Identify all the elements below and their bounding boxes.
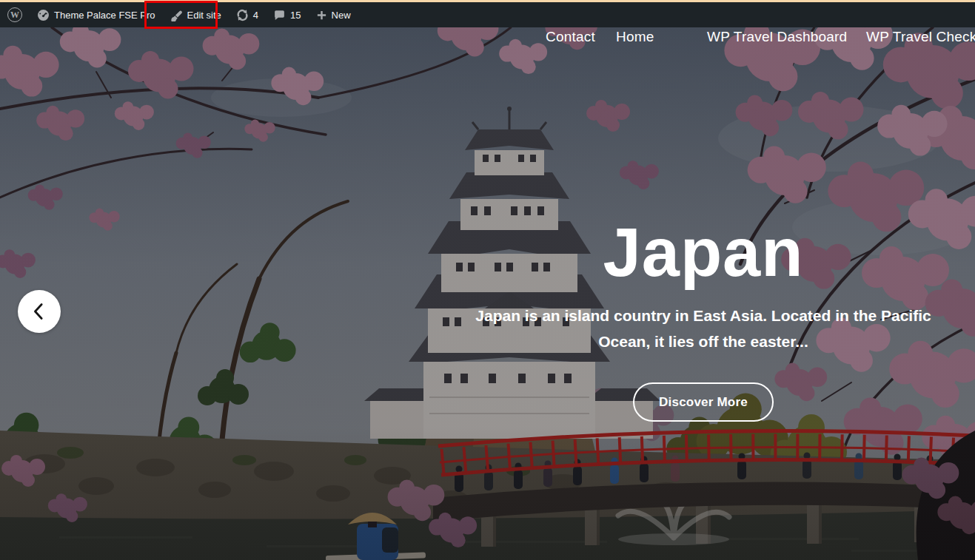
comments-menu[interactable]: 15 bbox=[266, 2, 308, 27]
primary-navigation: Contact Home WP Travel Dashboard WP Trav… bbox=[0, 29, 975, 48]
edit-site-menu[interactable]: Edit site bbox=[163, 2, 229, 27]
hero-title: Japan bbox=[422, 218, 975, 286]
update-arrows-icon bbox=[236, 9, 249, 21]
hero-button-row: Discover More bbox=[422, 382, 975, 422]
new-label: New bbox=[332, 10, 351, 21]
hero-description-line1: Japan is an island country in East Asia.… bbox=[422, 303, 975, 328]
comments-count: 15 bbox=[290, 10, 301, 21]
updates-count: 4 bbox=[253, 10, 258, 21]
site-name-label: Theme Palace FSE Pro bbox=[54, 10, 155, 21]
comment-bubble-icon bbox=[273, 9, 286, 21]
hero-description-line2: Ocean, it lies off the easter... bbox=[422, 328, 975, 354]
nav-item-wp-travel-checkout[interactable]: WP Travel Checkout bbox=[866, 29, 975, 45]
wordpress-logo-icon: W bbox=[7, 7, 22, 22]
hero-slider-section: Contact Home WP Travel Dashboard WP Trav… bbox=[0, 27, 975, 560]
plus-icon bbox=[316, 10, 327, 21]
dashboard-gauge-icon bbox=[37, 9, 50, 21]
chevron-left-icon bbox=[22, 290, 56, 333]
site-name-menu[interactable]: Theme Palace FSE Pro bbox=[30, 2, 163, 27]
nav-item-wp-travel-dashboard[interactable]: WP Travel Dashboard bbox=[707, 29, 847, 45]
wp-admin-bar: W Theme Palace FSE Pro Edit site bbox=[0, 2, 975, 27]
hero-slide-content: Japan Japan is an island country in East… bbox=[422, 218, 975, 422]
nav-item-contact[interactable]: Contact bbox=[546, 29, 595, 45]
carousel-prev-button[interactable] bbox=[18, 290, 61, 333]
nav-item-home[interactable]: Home bbox=[616, 29, 654, 45]
new-content-menu[interactable]: New bbox=[309, 2, 358, 27]
paintbrush-icon bbox=[170, 9, 183, 21]
edit-site-label: Edit site bbox=[187, 10, 221, 21]
updates-menu[interactable]: 4 bbox=[229, 2, 266, 27]
wp-logo-menu[interactable]: W bbox=[0, 2, 30, 27]
discover-more-button[interactable]: Discover More bbox=[633, 382, 774, 422]
